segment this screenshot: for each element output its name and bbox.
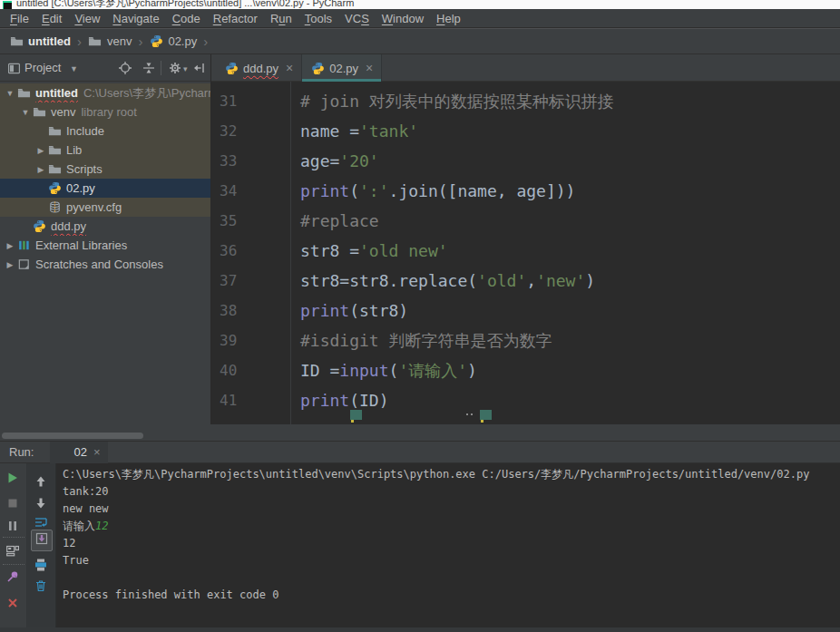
tab-02.py[interactable]: 02.py× [302, 54, 382, 82]
code-segment: ':' [359, 181, 389, 200]
tree-expand-arrow-icon[interactable]: ▼ [19, 108, 32, 117]
down-icon[interactable] [34, 496, 50, 512]
restore-layout-icon[interactable] [5, 543, 22, 559]
project-panel-header[interactable]: Project ▼ ▾ [0, 54, 211, 82]
code-line[interactable]: 35#replace [212, 206, 840, 236]
menubar: FileEditViewNavigateCodeRefactorRunTools… [0, 9, 840, 28]
code-line[interactable]: 36str8 ='old new' [212, 236, 840, 266]
tree-row-pyvenv.cfg[interactable]: pyvenv.cfg [0, 198, 210, 217]
line-number: 33 [212, 146, 291, 176]
menu-item-code[interactable]: Code [166, 12, 207, 25]
code-fragment-highlight [350, 410, 362, 420]
tree-row-ddd.py[interactable]: ddd.py [0, 217, 210, 236]
code-line[interactable]: 33age='20' [212, 146, 840, 176]
code-line[interactable]: 31# join 对列表中的数据按照某种标识拼接 [212, 86, 840, 116]
run-tab-02[interactable]: 02 × [50, 442, 107, 463]
code-text: str8=str8.replace('old','new') [291, 266, 595, 296]
code-line[interactable]: 41print(ID) [212, 385, 840, 415]
tree-row-venv[interactable]: ▼venvlibrary root [0, 102, 210, 122]
code-fragment-highlight [480, 410, 492, 420]
console-line: Process finished with exit code 0 [63, 587, 840, 604]
code-text: # join 对列表中的数据按照某种标识拼接 [291, 86, 614, 116]
collapse-all-icon[interactable] [142, 61, 156, 75]
tree-row-include[interactable]: Include [0, 122, 210, 141]
breadcrumb-item-venv[interactable]: venv [88, 34, 132, 49]
code-text: name ='tank' [291, 116, 418, 146]
breadcrumb-item-untitled[interactable]: untitled [9, 34, 71, 49]
settings-icon[interactable] [168, 61, 182, 75]
tree-row-02.py[interactable]: 02.py [0, 179, 210, 198]
code-text: print(':'.join([name, age])) [291, 176, 575, 206]
tree-row-scratches-and-consoles[interactable]: ▶Scratches and Consoles [0, 255, 210, 274]
menu-item-refactor[interactable]: Refactor [207, 12, 264, 25]
menu-item-window[interactable]: Window [376, 12, 430, 25]
code-line[interactable]: 39#isdigit 判断字符串是否为数字 [212, 326, 840, 355]
folder-icon [47, 124, 62, 139]
rerun-icon[interactable] [5, 471, 22, 487]
tree-row-untitled[interactable]: ▼untitledC:\Users\李梦凡\Pycharm [0, 83, 210, 102]
code-line[interactable]: 40ID =input('请输入') [212, 355, 840, 385]
menu-item-run[interactable]: Run [264, 12, 298, 25]
tree-row-external-libraries[interactable]: ▶External Libraries [0, 236, 210, 255]
up-icon[interactable] [34, 474, 50, 491]
menu-item-tools[interactable]: Tools [298, 12, 338, 25]
panel-bottom-strip [0, 424, 840, 442]
clear-icon[interactable] [34, 579, 50, 595]
pin-icon[interactable] [5, 569, 22, 586]
menu-item-vcs[interactable]: VCS [338, 12, 376, 25]
menu-item-file[interactable]: File [4, 12, 35, 25]
code-line[interactable]: 32name ='tank' [212, 116, 840, 146]
line-number: 35 [212, 206, 291, 236]
tree-expand-arrow-icon[interactable]: ▶ [4, 241, 16, 250]
code-segment: '请输入' [398, 361, 467, 380]
tab-ddd.py[interactable]: ddd.py× [216, 54, 302, 82]
project-panel-title[interactable]: Project [24, 61, 61, 74]
console-output[interactable]: C:\Users\李梦凡\PycharmProjects\untitled\ve… [56, 463, 840, 627]
close-icon[interactable] [5, 596, 22, 612]
locate-icon[interactable] [118, 61, 132, 75]
tree-row-scripts[interactable]: ▶Scripts [0, 160, 210, 179]
line-number: 36 [212, 236, 291, 266]
run-tab-label: 02 [73, 445, 86, 459]
chevron-right-icon: › [203, 34, 208, 48]
folder-icon [9, 34, 24, 49]
menu-item-view[interactable]: View [68, 12, 106, 25]
pause-icon[interactable] [5, 519, 22, 535]
stop-icon[interactable] [5, 496, 22, 512]
breadcrumb-item-02.py[interactable]: 02.py [149, 34, 197, 49]
chevron-right-icon: › [138, 34, 142, 48]
run-label: Run: [9, 445, 34, 459]
print-icon[interactable] [34, 558, 50, 574]
code-line[interactable]: 34print(':'.join([name, age])) [212, 176, 840, 206]
code-segment: 'old new' [359, 241, 448, 260]
window-title: untitled [C:\Users\李梦凡\PycharmProjects\u… [16, 0, 354, 9]
code-line[interactable]: 38print(str8) [212, 296, 840, 326]
toolbar-dotted-separator [3, 537, 24, 538]
scroll-to-end-button[interactable] [31, 530, 53, 551]
tree-label: untitled [35, 86, 78, 100]
project-hscrollbar-thumb[interactable] [2, 433, 143, 439]
menu-item-help[interactable]: Help [430, 12, 467, 25]
titlebar: untitled [C:\Users\李梦凡\PycharmProjects\u… [0, 0, 840, 9]
scroll-to-end-icon [34, 531, 49, 549]
tab-label: ddd.py [243, 62, 278, 75]
tree-expand-arrow-icon[interactable]: ▶ [4, 260, 16, 269]
tree-expand-arrow-icon[interactable]: ▼ [4, 89, 16, 98]
tree-label: External Libraries [35, 238, 127, 252]
menu-item-navigate[interactable]: Navigate [106, 12, 165, 25]
code-line[interactable]: 37str8=str8.replace('old','new') [212, 266, 840, 296]
code-text: print(ID) [291, 385, 389, 415]
editor[interactable]: 31# join 对列表中的数据按照某种标识拼接32name ='tank'33… [212, 82, 840, 424]
tree-expand-arrow-icon[interactable]: ▶ [34, 165, 47, 174]
close-icon[interactable]: × [286, 62, 293, 74]
folder-icon [47, 162, 62, 177]
menu-item-edit[interactable]: Edit [35, 12, 68, 25]
console-line: C:\Users\李梦凡\PycharmProjects\untitled\ve… [63, 466, 840, 483]
close-icon[interactable]: × [366, 62, 373, 74]
code-segment: 'new' [536, 271, 585, 290]
close-icon[interactable]: × [93, 445, 101, 459]
tree-expand-arrow-icon[interactable]: ▶ [34, 146, 47, 155]
tree-row-lib[interactable]: ▶Lib [0, 141, 210, 160]
hide-icon[interactable] [191, 61, 206, 75]
run-console-area: C:\Users\李梦凡\PycharmProjects\untitled\ve… [0, 463, 840, 627]
